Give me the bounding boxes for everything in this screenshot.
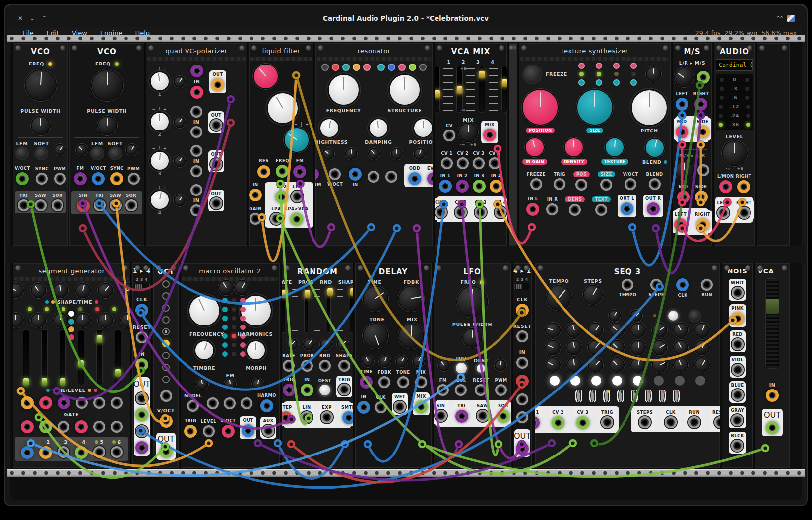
jack-v-oct[interactable]: V/OCT (91, 166, 106, 185)
jack-out-r[interactable]: OUT R (643, 195, 663, 217)
jack[interactable] (21, 420, 34, 433)
steps-knob[interactable] (584, 286, 602, 304)
module-vco-2[interactable]: VCO FREQ PULSE WIDTH LFM SOFT FMV/OCTSYN… (69, 43, 145, 246)
jack-in[interactable] (135, 358, 148, 371)
jack[interactable] (456, 180, 469, 193)
jack[interactable] (473, 157, 485, 169)
jack[interactable] (731, 440, 743, 452)
jack-mix-out[interactable]: MIX (481, 121, 498, 143)
jack-freq[interactable]: FREQ (276, 158, 289, 178)
polarizer-knob[interactable] (151, 113, 169, 130)
jack-j5[interactable] (111, 395, 123, 409)
slider-handle[interactable] (115, 369, 121, 377)
jack[interactable] (394, 401, 406, 413)
model-icon-left[interactable] (222, 307, 228, 312)
freq-knob[interactable] (92, 70, 122, 100)
jack-v-oct[interactable]: V/OCT (15, 166, 30, 185)
jack-whit[interactable]: WHIT (729, 279, 746, 301)
channel-switch[interactable] (515, 283, 530, 290)
seq-step-knob[interactable] (567, 324, 581, 337)
jack[interactable] (222, 425, 235, 438)
jack[interactable] (408, 172, 421, 185)
jack[interactable] (110, 199, 122, 211)
harmonics-knob[interactable] (241, 296, 271, 325)
jack-clk[interactable] (516, 304, 529, 317)
structure-knob[interactable] (390, 75, 420, 105)
level-slider[interactable] (115, 330, 121, 385)
jack[interactable] (674, 218, 687, 231)
jack[interactable] (378, 376, 390, 388)
jack-tri[interactable]: TRI (94, 193, 106, 212)
jack[interactable] (210, 158, 222, 170)
jack[interactable] (291, 191, 303, 202)
jack[interactable] (301, 384, 313, 396)
jack-voct[interactable] (160, 415, 173, 428)
jack[interactable] (490, 180, 502, 193)
jack-fm[interactable]: FM (293, 158, 307, 178)
jack-model[interactable]: MODEL (184, 393, 202, 412)
jack-out[interactable] (516, 442, 529, 455)
jack-pwm[interactable]: PWM (127, 166, 140, 185)
in-gain-knob[interactable] (526, 138, 544, 156)
jack-step[interactable]: STEP (281, 403, 294, 426)
soft-button[interactable] (110, 148, 121, 159)
jack-blck[interactable]: BLCK (729, 432, 746, 454)
polarizer-knob[interactable] (151, 191, 169, 209)
vca-slider-3[interactable] (479, 66, 484, 112)
position-knob[interactable] (523, 90, 558, 125)
trim-knob[interactable] (323, 149, 333, 159)
jack-smth[interactable]: SMTH (339, 403, 354, 426)
jack[interactable] (647, 202, 660, 215)
jack-rnd[interactable]: RND (319, 353, 331, 372)
gate-jack[interactable] (673, 390, 680, 402)
jack-in-1[interactable]: IN 1 (439, 173, 452, 193)
slider-handle[interactable] (479, 71, 485, 78)
polarizer-channel-4[interactable]: − | +4INOUT (146, 184, 247, 216)
seq-step-knob[interactable] (674, 324, 687, 337)
jack-j4[interactable] (93, 395, 105, 409)
resonance-knob[interactable] (254, 65, 278, 88)
gate-out-1[interactable]: 1 (21, 439, 34, 459)
jack-in-a[interactable] (190, 145, 202, 157)
jack[interactable] (18, 199, 30, 211)
blend-knob[interactable] (646, 139, 664, 157)
density-knob[interactable] (565, 138, 583, 156)
jack-gray[interactable]: GRAY (729, 406, 746, 428)
jack[interactable] (622, 279, 633, 291)
jack-tri[interactable]: TRI (453, 402, 470, 425)
slider-handle[interactable] (327, 288, 333, 296)
jack[interactable] (93, 421, 105, 433)
jack[interactable] (39, 446, 52, 459)
jack-in-3[interactable]: IN 3 (473, 173, 486, 193)
jack-cv-1[interactable]: CV 1 (441, 151, 453, 169)
mode-dot[interactable] (353, 64, 360, 71)
jack-out[interactable] (136, 392, 148, 404)
jack[interactable] (475, 206, 487, 218)
run-button[interactable] (668, 311, 678, 321)
jack[interactable] (415, 376, 427, 388)
gate-out-2[interactable]: 2 (39, 439, 52, 459)
jack[interactable] (58, 446, 69, 458)
jack-viol[interactable]: VIOL (730, 356, 746, 378)
jack[interactable] (719, 180, 732, 193)
jack[interactable] (601, 416, 613, 428)
jack-out[interactable] (135, 441, 148, 454)
jack[interactable] (455, 384, 467, 396)
step-light[interactable] (633, 376, 643, 386)
module-oct[interactable]: OCT V/OCT OUT (153, 263, 179, 468)
jack[interactable] (731, 414, 743, 426)
jack[interactable] (329, 168, 341, 180)
jack-pwm[interactable]: PWM (54, 166, 66, 185)
model-icon-right[interactable] (240, 316, 246, 321)
jack-trig[interactable]: TRIG (184, 418, 197, 438)
jack[interactable] (283, 384, 296, 396)
jack-reset[interactable] (516, 330, 528, 342)
brightness-knob[interactable] (320, 119, 338, 137)
step-light[interactable] (654, 376, 664, 386)
slider-handle[interactable] (282, 290, 287, 298)
jack-clk[interactable]: CLK (676, 278, 689, 298)
jack[interactable] (187, 400, 199, 412)
slider-handle[interactable] (435, 90, 440, 98)
seq-step-knob[interactable] (695, 324, 709, 337)
octave-step[interactable] (162, 328, 170, 335)
